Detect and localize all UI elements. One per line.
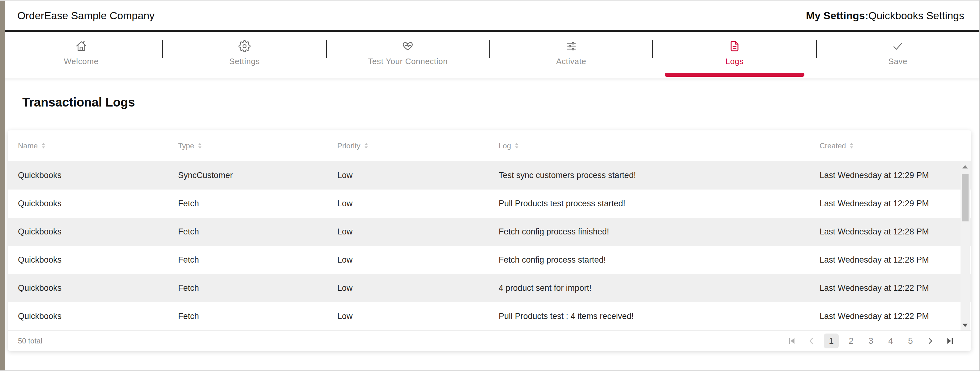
page-button-2[interactable]: 2 xyxy=(844,334,859,349)
cell-created: Last Wednesday at 12:28 PM xyxy=(810,255,971,265)
page-title: Transactional Logs xyxy=(22,95,979,109)
my-settings-value: Quickbooks Settings xyxy=(869,10,964,21)
column-label: Created xyxy=(819,142,846,150)
document-icon xyxy=(729,39,741,53)
settings-tabbar: Welcome Settings Test Your Connection Ac… xyxy=(0,32,979,78)
column-header-created[interactable]: Created xyxy=(810,142,971,150)
cell-log: Fetch config process finished! xyxy=(489,227,810,237)
tab-label: Settings xyxy=(229,57,260,66)
cell-priority: Low xyxy=(328,283,489,293)
tab-settings[interactable]: Settings xyxy=(163,32,326,78)
app-header: OrderEase Sample Company My Settings:Qui… xyxy=(0,1,979,32)
check-icon xyxy=(892,39,904,53)
cell-created: Last Wednesday at 12:29 PM xyxy=(810,199,971,208)
sort-icon xyxy=(515,142,519,149)
previous-page-button[interactable] xyxy=(804,334,819,349)
gear-icon xyxy=(239,39,251,53)
vertical-scrollbar[interactable] xyxy=(961,162,970,330)
cell-priority: Low xyxy=(328,171,489,180)
page-button-3[interactable]: 3 xyxy=(864,334,878,349)
sliders-icon xyxy=(565,39,578,53)
tab-logs[interactable]: Logs xyxy=(653,32,816,78)
page-button-1[interactable]: 1 xyxy=(824,334,839,349)
tab-test-your-connection[interactable]: Test Your Connection xyxy=(327,32,489,78)
scrollbar-thumb[interactable] xyxy=(962,174,969,221)
table-row: Quickbooks Fetch Low Fetch config proces… xyxy=(8,218,971,246)
table-body: Quickbooks SyncCustomer Low Test sync cu… xyxy=(8,162,971,330)
sort-icon xyxy=(364,142,368,149)
column-header-log[interactable]: Log xyxy=(489,142,810,150)
column-label: Log xyxy=(499,142,511,150)
cell-name: Quickbooks xyxy=(8,199,168,208)
pagination: 1 2 3 4 5 xyxy=(784,334,958,349)
cell-priority: Low xyxy=(328,227,489,237)
tab-label: Activate xyxy=(556,57,586,66)
tab-welcome[interactable]: Welcome xyxy=(0,32,162,78)
cell-priority: Low xyxy=(328,199,489,208)
cell-type: Fetch xyxy=(168,255,328,265)
sort-icon xyxy=(198,142,202,149)
cell-name: Quickbooks xyxy=(8,312,168,321)
company-name: OrderEase Sample Company xyxy=(18,10,154,22)
sort-icon xyxy=(850,142,854,149)
last-page-button[interactable] xyxy=(943,334,958,349)
cell-created: Last Wednesday at 12:29 PM xyxy=(810,171,971,180)
scroll-down-icon[interactable] xyxy=(961,320,970,330)
tab-save[interactable]: Save xyxy=(817,32,979,78)
column-label: Name xyxy=(18,142,38,150)
cell-type: SyncCustomer xyxy=(168,171,328,180)
tab-label: Logs xyxy=(725,57,744,66)
table-row: Quickbooks Fetch Low Pull Products test … xyxy=(8,302,971,330)
cell-created: Last Wednesday at 12:28 PM xyxy=(810,227,971,237)
cell-type: Fetch xyxy=(168,199,328,208)
table-row: Quickbooks Fetch Low Pull Products test … xyxy=(8,190,971,218)
column-header-priority[interactable]: Priority xyxy=(328,142,489,150)
cell-log: Pull Products test : 4 items received! xyxy=(489,312,810,321)
cell-created: Last Wednesday at 12:22 PM xyxy=(810,283,971,293)
tab-label: Test Your Connection xyxy=(368,57,448,66)
cell-name: Quickbooks xyxy=(8,227,168,237)
tab-label: Save xyxy=(888,57,907,66)
next-page-button[interactable] xyxy=(923,334,938,349)
cell-priority: Low xyxy=(328,255,489,265)
table-row: Quickbooks SyncCustomer Low Test sync cu… xyxy=(8,162,971,190)
column-header-name[interactable]: Name xyxy=(8,142,168,150)
scroll-up-icon[interactable] xyxy=(961,162,970,172)
cell-name: Quickbooks xyxy=(8,255,168,265)
app-window: OrderEase Sample Company My Settings:Qui… xyxy=(0,0,980,371)
my-settings-breadcrumb: My Settings:Quickbooks Settings xyxy=(806,10,964,22)
column-label: Type xyxy=(178,142,194,150)
table-row: Quickbooks Fetch Low Fetch config proces… xyxy=(8,246,971,274)
page-button-4[interactable]: 4 xyxy=(883,334,898,349)
column-label: Priority xyxy=(337,142,361,150)
first-page-button[interactable] xyxy=(784,334,799,349)
table-footer: 50 total 1 2 3 4 5 xyxy=(8,330,971,351)
cell-type: Fetch xyxy=(168,283,328,293)
cell-log: Pull Products test process started! xyxy=(489,199,810,208)
cell-name: Quickbooks xyxy=(8,171,168,180)
home-icon xyxy=(75,39,88,53)
heart-pulse-icon xyxy=(402,39,414,53)
my-settings-label: My Settings: xyxy=(806,10,869,21)
tab-activate[interactable]: Activate xyxy=(490,32,652,78)
total-count: 50 total xyxy=(18,337,42,345)
logs-table-card: Name Type Priority Log Created Qui xyxy=(8,130,971,351)
cell-log: Fetch config process started! xyxy=(489,255,810,265)
cell-type: Fetch xyxy=(168,312,328,321)
table-row: Quickbooks Fetch Low 4 product sent for … xyxy=(8,274,971,302)
cell-log: Test sync customers process started! xyxy=(489,171,810,180)
tab-label: Welcome xyxy=(64,57,99,66)
cell-type: Fetch xyxy=(168,227,328,237)
cell-priority: Low xyxy=(328,312,489,321)
table-header-row: Name Type Priority Log Created xyxy=(8,130,971,162)
cell-name: Quickbooks xyxy=(8,283,168,293)
column-header-type[interactable]: Type xyxy=(168,142,328,150)
active-tab-underline xyxy=(665,73,804,77)
sort-icon xyxy=(41,142,45,149)
cell-log: 4 product sent for import! xyxy=(489,283,810,293)
page-button-5[interactable]: 5 xyxy=(903,334,918,349)
cell-created: Last Wednesday at 12:22 PM xyxy=(810,312,971,321)
window-edge xyxy=(0,1,5,370)
